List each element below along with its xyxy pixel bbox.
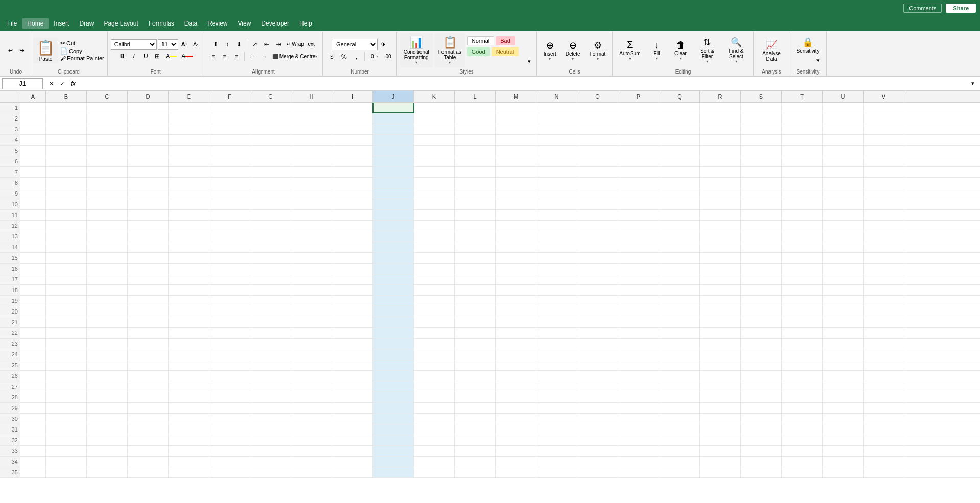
cell-K20[interactable] bbox=[414, 306, 455, 317]
cell-G27[interactable] bbox=[250, 381, 291, 392]
cell-U4[interactable] bbox=[823, 135, 864, 145]
cell-T30[interactable] bbox=[782, 414, 823, 424]
cell-I30[interactable] bbox=[332, 414, 373, 424]
cell-L35[interactable] bbox=[455, 467, 496, 477]
cell-M20[interactable] bbox=[496, 306, 536, 317]
cell-D18[interactable] bbox=[128, 285, 169, 295]
cell-T25[interactable] bbox=[782, 360, 823, 370]
cell-P33[interactable] bbox=[618, 446, 659, 456]
cell-D12[interactable] bbox=[128, 221, 169, 231]
cell-C35[interactable] bbox=[87, 467, 128, 477]
cell-H19[interactable] bbox=[291, 296, 332, 306]
paste-button[interactable]: 📋 Paste bbox=[33, 38, 58, 63]
cell-J32[interactable] bbox=[373, 435, 414, 445]
cell-R33[interactable] bbox=[700, 446, 741, 456]
cell-K27[interactable] bbox=[414, 381, 455, 392]
formula-confirm-button[interactable]: ✓ bbox=[58, 79, 67, 88]
cell-G6[interactable] bbox=[250, 156, 291, 166]
cell-E24[interactable] bbox=[169, 349, 209, 360]
menu-draw[interactable]: Draw bbox=[74, 18, 99, 29]
format-cells-button[interactable]: ⚙ Format ▾ bbox=[586, 38, 610, 63]
cell-J31[interactable] bbox=[373, 424, 414, 435]
cell-C34[interactable] bbox=[87, 457, 128, 467]
cell-U27[interactable] bbox=[823, 381, 864, 392]
cell-L14[interactable] bbox=[455, 242, 496, 252]
cell-L7[interactable] bbox=[455, 167, 496, 177]
row-number-14[interactable]: 14 bbox=[0, 242, 20, 252]
cell-C31[interactable] bbox=[87, 424, 128, 435]
cell-A8[interactable] bbox=[20, 178, 46, 188]
align-right-button[interactable]: ≡ bbox=[231, 51, 242, 62]
cell-J14[interactable] bbox=[373, 242, 414, 252]
cell-Q11[interactable] bbox=[659, 210, 700, 220]
cell-G5[interactable] bbox=[250, 146, 291, 156]
cell-G23[interactable] bbox=[250, 339, 291, 349]
cell-F3[interactable] bbox=[209, 124, 250, 134]
cell-A26[interactable] bbox=[20, 371, 46, 381]
cell-O27[interactable] bbox=[577, 381, 618, 392]
cell-C15[interactable] bbox=[87, 253, 128, 263]
cell-C12[interactable] bbox=[87, 221, 128, 231]
cell-P23[interactable] bbox=[618, 339, 659, 349]
cell-D6[interactable] bbox=[128, 156, 169, 166]
cell-J12[interactable] bbox=[373, 221, 414, 231]
cell-B21[interactable] bbox=[46, 317, 87, 327]
cell-P24[interactable] bbox=[618, 349, 659, 360]
cell-R15[interactable] bbox=[700, 253, 741, 263]
cell-N3[interactable] bbox=[536, 124, 577, 134]
cell-E6[interactable] bbox=[169, 156, 209, 166]
cell-H31[interactable] bbox=[291, 424, 332, 435]
cell-C28[interactable] bbox=[87, 392, 128, 402]
cell-R20[interactable] bbox=[700, 306, 741, 317]
cell-P21[interactable] bbox=[618, 317, 659, 327]
cell-L28[interactable] bbox=[455, 392, 496, 402]
cell-O6[interactable] bbox=[577, 156, 618, 166]
cell-G10[interactable] bbox=[250, 199, 291, 209]
cell-O34[interactable] bbox=[577, 457, 618, 467]
cell-H35[interactable] bbox=[291, 467, 332, 477]
cell-N28[interactable] bbox=[536, 392, 577, 402]
cell-M29[interactable] bbox=[496, 403, 536, 413]
cell-H20[interactable] bbox=[291, 306, 332, 317]
cell-R21[interactable] bbox=[700, 317, 741, 327]
row-number-9[interactable]: 9 bbox=[0, 188, 20, 199]
cell-Q3[interactable] bbox=[659, 124, 700, 134]
decrease-indent-button[interactable]: ← bbox=[247, 51, 258, 62]
row-number-13[interactable]: 13 bbox=[0, 231, 20, 242]
menu-page-layout[interactable]: Page Layout bbox=[99, 18, 143, 29]
cell-G21[interactable] bbox=[250, 317, 291, 327]
cell-D4[interactable] bbox=[128, 135, 169, 145]
cell-L17[interactable] bbox=[455, 274, 496, 284]
formula-insert-function-button[interactable]: fx bbox=[68, 79, 78, 88]
increase-font-button[interactable]: A+ bbox=[179, 39, 190, 50]
cell-H6[interactable] bbox=[291, 156, 332, 166]
cell-O16[interactable] bbox=[577, 264, 618, 274]
align-left-button[interactable]: ≡ bbox=[207, 51, 219, 62]
cell-P15[interactable] bbox=[618, 253, 659, 263]
cell-T5[interactable] bbox=[782, 146, 823, 156]
cell-K2[interactable] bbox=[414, 113, 455, 124]
cell-I28[interactable] bbox=[332, 392, 373, 402]
cell-D8[interactable] bbox=[128, 178, 169, 188]
row-number-31[interactable]: 31 bbox=[0, 424, 20, 435]
cell-F11[interactable] bbox=[209, 210, 250, 220]
cell-B29[interactable] bbox=[46, 403, 87, 413]
cell-F33[interactable] bbox=[209, 446, 250, 456]
cell-A18[interactable] bbox=[20, 285, 46, 295]
col-header-m[interactable]: M bbox=[496, 91, 536, 102]
cell-P20[interactable] bbox=[618, 306, 659, 317]
cell-F18[interactable] bbox=[209, 285, 250, 295]
cell-B30[interactable] bbox=[46, 414, 87, 424]
cell-G15[interactable] bbox=[250, 253, 291, 263]
cell-L6[interactable] bbox=[455, 156, 496, 166]
menu-view[interactable]: View bbox=[233, 18, 256, 29]
cell-I26[interactable] bbox=[332, 371, 373, 381]
cell-T21[interactable] bbox=[782, 317, 823, 327]
cell-P32[interactable] bbox=[618, 435, 659, 445]
merge-centre-button[interactable]: ⬛ Merge & Centre ▾ bbox=[270, 53, 320, 60]
cell-B19[interactable] bbox=[46, 296, 87, 306]
cell-O13[interactable] bbox=[577, 231, 618, 242]
cell-Q28[interactable] bbox=[659, 392, 700, 402]
cell-D29[interactable] bbox=[128, 403, 169, 413]
cell-L30[interactable] bbox=[455, 414, 496, 424]
